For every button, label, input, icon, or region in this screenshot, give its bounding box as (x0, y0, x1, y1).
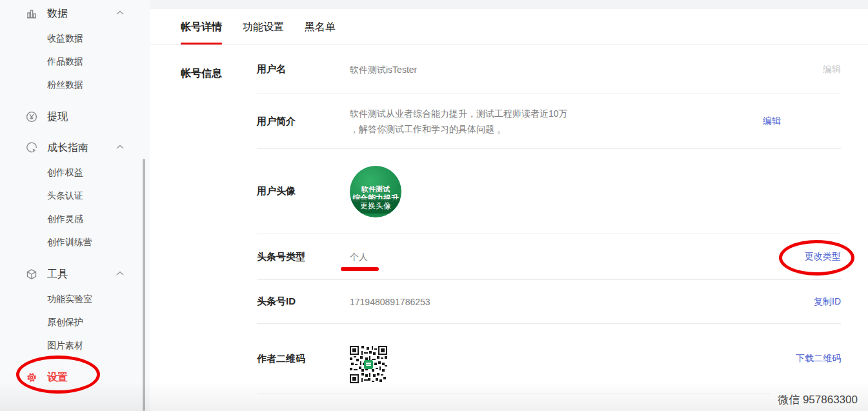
sidebar-group-data[interactable]: 数据 (0, 6, 143, 21)
row-bio: 用户简介 软件测试从业者综合能力提升，测试工程师读者近10万 ，解答你测试工作和… (257, 94, 841, 149)
sidebar-item-label: 创作训练营 (47, 235, 92, 249)
sidebar-item-fans-data[interactable]: 粉丝数据 (0, 77, 143, 92)
wechat-watermark: 微信 957863300 (771, 391, 860, 410)
copy-id-button[interactable]: 复制ID (814, 296, 841, 308)
sidebar-item-revenue-data[interactable]: 收益数据 (0, 31, 143, 45)
sidebar-group-label: 数据 (47, 6, 68, 21)
download-qrcode-button[interactable]: 下载二维码 (796, 353, 841, 365)
cube-icon (26, 268, 37, 280)
account-settings-panel: 帐号详情 功能设置 黑名单 帐号信息 用户名 软件测试isTester 编辑 用… (150, 9, 868, 411)
sidebar-group-label: 工具 (47, 267, 68, 281)
sidebar-item-creator-rights[interactable]: 创作权益 (0, 165, 143, 179)
bio-label: 用户简介 (257, 115, 350, 128)
sidebar-item-works-data[interactable]: 作品数据 (0, 54, 143, 68)
sidebar-item-label: 收益数据 (47, 31, 83, 45)
tab-feature-settings[interactable]: 功能设置 (243, 21, 284, 45)
avatar-label: 用户头像 (257, 185, 350, 197)
row-author-qrcode: 作者二维码 (257, 324, 841, 394)
sidebar: 数据 收益数据 作品数据 粉丝数据 提现 成长指南 创作权益 头条认证 创作灵感… (0, 0, 150, 411)
sidebar-group-growth-guide[interactable]: 成长指南 (0, 141, 143, 155)
username-label: 用户名 (257, 63, 350, 75)
sidebar-item-image-material[interactable]: 图片素材 (0, 338, 143, 352)
sidebar-group-withdraw[interactable]: 提现 (0, 110, 143, 124)
settings-tabs: 帐号详情 功能设置 黑名单 (150, 9, 868, 45)
yen-circle-icon (26, 111, 37, 123)
sidebar-item-settings[interactable]: 设置 (0, 370, 143, 385)
sidebar-item-label: 作品数据 (47, 54, 83, 68)
sidebar-item-toutiao-verify[interactable]: 头条认证 (0, 188, 143, 203)
sidebar-item-original-protection[interactable]: 原创保护 (0, 315, 143, 329)
row-username: 用户名 软件测试isTester 编辑 (257, 45, 841, 94)
tab-account-details[interactable]: 帐号详情 (181, 21, 222, 45)
change-avatar-overlay[interactable]: 更换头像 (350, 199, 401, 214)
compass-click-icon (26, 142, 37, 154)
account-info-section: 帐号信息 用户名 软件测试isTester 编辑 用户简介 软件测试从业者综合能… (150, 45, 868, 394)
sidebar-item-creation-inspiration[interactable]: 创作灵感 (0, 212, 143, 226)
gear-icon (26, 372, 37, 383)
chevron-up-icon[interactable] (116, 271, 124, 276)
sidebar-scrollbar[interactable] (143, 159, 145, 411)
sidebar-group-tools[interactable]: 工具 (0, 267, 143, 281)
author-qr-code (350, 346, 387, 383)
account-type-value: 个人 (350, 249, 805, 265)
sidebar-group-label: 成长指南 (47, 141, 88, 155)
account-type-label: 头条号类型 (257, 251, 350, 263)
change-type-button[interactable]: 更改类型 (805, 251, 841, 263)
sidebar-item-creation-camp[interactable]: 创作训练营 (0, 235, 143, 249)
account-id-label: 头条号ID (257, 296, 350, 308)
bar-chart-icon (26, 8, 37, 19)
qrcode-cell (350, 330, 796, 388)
row-avatar: 用户头像 软件测试 综合能力提升 更换头像 (257, 149, 841, 234)
sidebar-item-label: 功能实验室 (47, 292, 92, 306)
sidebar-group-label: 提现 (47, 110, 68, 124)
sidebar-item-label: 头条认证 (47, 188, 83, 203)
chevron-up-icon[interactable] (116, 145, 124, 150)
sidebar-item-label: 粉丝数据 (47, 77, 83, 92)
user-avatar[interactable]: 软件测试 综合能力提升 更换头像 (350, 166, 401, 217)
avatar-cell: 软件测试 综合能力提升 更换头像 (350, 150, 841, 233)
bio-value: 软件测试从业者综合能力提升，测试工程师读者近10万 ，解答你测试工作和学习的具体… (350, 106, 763, 137)
account-id-value: 1719480891786253 (350, 294, 814, 310)
sidebar-item-label: 创作灵感 (47, 212, 83, 226)
sidebar-item-feature-lab[interactable]: 功能实验室 (0, 292, 143, 306)
sidebar-item-label: 创作权益 (47, 165, 83, 179)
tab-blacklist[interactable]: 黑名单 (305, 21, 336, 45)
chevron-up-icon[interactable] (116, 10, 124, 15)
edit-bio-button[interactable]: 编辑 (763, 115, 781, 127)
edit-username-button[interactable]: 编辑 (823, 64, 841, 75)
username-value: 软件测试isTester (350, 62, 823, 77)
section-title: 帐号信息 (181, 45, 257, 394)
row-account-type: 头条号类型 个人 更改类型 (257, 234, 841, 280)
sidebar-item-label: 设置 (47, 370, 68, 385)
sidebar-item-label: 图片素材 (47, 338, 83, 352)
row-account-id: 头条号ID 1719480891786253 复制ID (257, 280, 841, 324)
sidebar-item-label: 原创保护 (47, 315, 83, 329)
qrcode-label: 作者二维码 (257, 353, 350, 365)
